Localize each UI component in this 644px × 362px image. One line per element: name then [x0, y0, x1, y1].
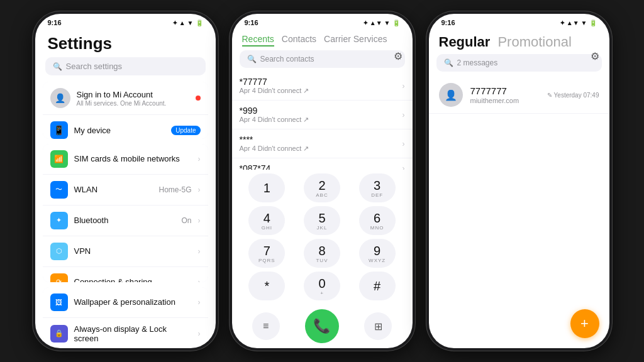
key-7[interactable]: 7PQRS: [248, 239, 285, 268]
signal-icon: ▲: [179, 19, 186, 26]
lock-label: Always-on display & Lock screen: [74, 324, 192, 343]
dialpad-row-2: 4GHI 5JKL 6MNO: [240, 206, 405, 235]
status-time-3: 9:16: [441, 19, 455, 26]
dialer-search-bar[interactable]: 🔍 Search contacts: [240, 50, 405, 68]
dialpad-row-4: * 0+ #: [240, 272, 405, 300]
msg-sender-1: 7777777: [470, 85, 540, 96]
key-9[interactable]: 9WXYZ: [359, 239, 396, 268]
msg-avatar-1: 👤: [439, 83, 463, 107]
settings-item-mydevice[interactable]: 📱 My device Update: [43, 115, 208, 139]
call-item-4[interactable]: *087*74 ›: [232, 158, 413, 170]
compose-fab-button[interactable]: +: [570, 309, 599, 338]
wallpaper-label: Wallpaper & personalization: [74, 297, 192, 307]
update-badge: Update: [171, 126, 200, 135]
wallpaper-chevron: ›: [198, 298, 201, 307]
search-icon: 🔍: [53, 62, 62, 71]
tab-contacts[interactable]: Contacts: [282, 33, 316, 47]
dialpad-toggle-button[interactable]: ≡: [252, 312, 280, 340]
bluetooth-text: Bluetooth: [74, 216, 175, 225]
call-chevron-2: ›: [402, 111, 405, 119]
key-0[interactable]: 0+: [304, 272, 340, 300]
settings-search-bar[interactable]: 🔍 Search settings: [45, 57, 206, 75]
settings-item-wlan[interactable]: 〜 WLAN Home-5G ›: [43, 175, 208, 206]
lock-icon: 🔒: [50, 325, 68, 343]
bat-icon-2: 🔋: [392, 19, 400, 26]
dialpad-row-1: 1 2ABC 3DEF: [240, 173, 405, 202]
wifi-icon-2: ▼: [384, 19, 391, 26]
call-number-1: *77777: [240, 77, 402, 87]
msg-search-icon: 🔍: [444, 58, 453, 67]
messages-gear-icon[interactable]: ⚙: [591, 50, 599, 62]
wlan-text: WLAN: [74, 185, 153, 194]
status-time-1: 9:16: [48, 19, 62, 26]
call-detail-3: Apr 4 Didn't connect ↗: [240, 145, 402, 153]
call-chevron-4: ›: [402, 164, 405, 170]
call-info-1: *77777 Apr 4 Didn't connect ↗: [240, 77, 402, 95]
wlan-icon: 〜: [50, 181, 68, 199]
message-item-1[interactable]: 👤 7777777 miuithemer.com ✎ Yesterday 07:…: [429, 77, 609, 114]
wlan-chevron: ›: [198, 185, 201, 194]
call-list: *77777 Apr 4 Didn't connect ↗ › *999 Apr…: [232, 72, 413, 170]
call-info-3: **** Apr 4 Didn't connect ↗: [240, 134, 402, 153]
status-bar-2: 9:16 ✦ ▲▼ ▼ 🔋: [232, 14, 413, 29]
msg-info-1: 7777777 miuithemer.com: [470, 85, 540, 104]
msg-search-placeholder: 2 messages: [457, 58, 498, 67]
account-text: Sign in to Mi Account All Mi services. O…: [77, 90, 189, 107]
vpn-chevron: ›: [198, 247, 201, 256]
key-star[interactable]: *: [248, 272, 285, 300]
device-label: My device: [74, 126, 165, 135]
sim-text: SIM cards & mobile networks: [74, 154, 192, 163]
wifi-icon: ▼: [187, 19, 194, 26]
bat-icon-3: 🔋: [589, 19, 597, 26]
settings-item-connection[interactable]: ⟳ Connection & sharing ›: [43, 267, 208, 282]
key-4[interactable]: 4GHI: [248, 206, 285, 235]
settings-section-network: 📶 SIM cards & mobile networks › 〜 WLAN H…: [43, 144, 208, 282]
compose-plus-icon: +: [580, 315, 589, 332]
sim-label: SIM cards & mobile networks: [74, 154, 192, 163]
call-item-3[interactable]: **** Apr 4 Didn't connect ↗ ›: [232, 129, 413, 158]
settings-item-bluetooth[interactable]: ✦ Bluetooth On ›: [43, 206, 208, 236]
key-5[interactable]: 5JKL: [304, 206, 340, 235]
wallpaper-icon: 🖼: [50, 293, 68, 311]
key-hash[interactable]: #: [359, 272, 396, 300]
tab-carrier[interactable]: Carrier Services: [324, 33, 387, 47]
call-detail-2: Apr 4 Didn't connect ↗: [240, 116, 402, 124]
call-item-2[interactable]: *999 Apr 4 Didn't connect ↗ ›: [232, 101, 413, 129]
key-1[interactable]: 1: [248, 173, 285, 202]
lock-chevron: ›: [198, 329, 201, 338]
settings-item-sim[interactable]: 📶 SIM cards & mobile networks ›: [43, 144, 208, 175]
key-6[interactable]: 6MNO: [359, 206, 396, 235]
wallpaper-text: Wallpaper & personalization: [74, 297, 192, 307]
search-placeholder: Search settings: [66, 62, 123, 71]
bt-icon-3: ✦: [560, 19, 565, 26]
settings-item-vpn[interactable]: ⬡ VPN ›: [43, 236, 208, 267]
vpn-label: VPN: [74, 246, 192, 256]
status-bar-1: 9:16 ✦ ▲ ▼ 🔋: [35, 14, 216, 29]
status-bar-3: 9:16 ✦ ▲▼ ▼ 🔋: [429, 14, 609, 29]
contacts-grid-button[interactable]: ⊞: [364, 312, 392, 340]
bt-icon-2: ✦: [363, 19, 368, 26]
bluetooth-value: On: [181, 216, 191, 225]
lock-text: Always-on display & Lock screen: [74, 324, 192, 343]
status-time-2: 9:16: [245, 19, 258, 26]
call-button[interactable]: 📞: [305, 309, 339, 343]
wlan-label: WLAN: [74, 185, 153, 194]
account-label: Sign in to Mi Account: [77, 90, 189, 99]
settings-item-account[interactable]: 👤 Sign in to Mi Account All Mi services.…: [43, 82, 208, 115]
messages-search-bar[interactable]: 🔍 2 messages: [436, 54, 602, 72]
messages-title-row: Regular Promotional: [429, 29, 609, 52]
tab-recents[interactable]: Recents: [242, 33, 274, 47]
settings-section-account: 👤 Sign in to Mi Account All Mi services.…: [43, 82, 208, 139]
dialer-gear-icon[interactable]: ⚙: [394, 50, 402, 62]
settings-item-wallpaper[interactable]: 🖼 Wallpaper & personalization ›: [43, 287, 208, 318]
settings-item-lock[interactable]: 🔒 Always-on display & Lock screen ›: [43, 318, 208, 343]
key-8[interactable]: 8TUV: [304, 239, 340, 268]
call-number-4: *087*74: [240, 163, 402, 170]
key-3[interactable]: 3DEF: [359, 173, 396, 202]
dialer-tabs: Recents Contacts Carrier Services: [232, 29, 413, 49]
bluetooth-icon: ✦: [50, 212, 68, 229]
key-2[interactable]: 2ABC: [304, 173, 340, 202]
call-info-2: *999 Apr 4 Didn't connect ↗: [240, 106, 402, 124]
call-item-1[interactable]: *77777 Apr 4 Didn't connect ↗ ›: [232, 72, 413, 101]
call-chevron-3: ›: [402, 140, 405, 148]
